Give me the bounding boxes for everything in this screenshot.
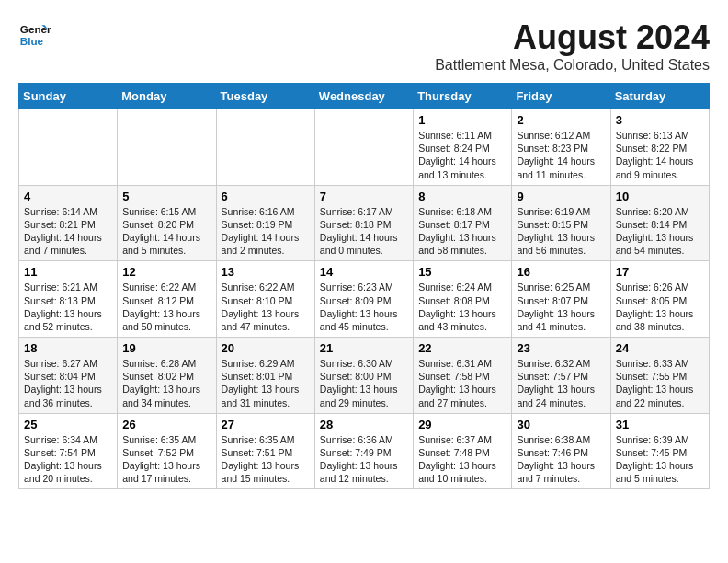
calendar-cell: 11Sunrise: 6:21 AMSunset: 8:13 PMDayligh…: [19, 261, 118, 338]
day-number: 10: [616, 190, 704, 203]
calendar-cell: 5Sunrise: 6:15 AMSunset: 8:20 PMDaylight…: [118, 185, 216, 261]
day-info: Sunrise: 6:14 AMSunset: 8:21 PMDaylight:…: [24, 205, 112, 258]
day-info: Sunrise: 6:30 AMSunset: 8:00 PMDaylight:…: [320, 357, 408, 409]
day-info: Sunrise: 6:16 AMSunset: 8:19 PMDaylight:…: [222, 205, 310, 258]
calendar-cell: 29Sunrise: 6:37 AMSunset: 7:48 PMDayligh…: [414, 413, 512, 489]
calendar-cell: 14Sunrise: 6:23 AMSunset: 8:09 PMDayligh…: [314, 261, 413, 338]
day-info: Sunrise: 6:36 AMSunset: 7:49 PMDaylight:…: [320, 433, 408, 486]
day-number: 13: [222, 265, 310, 279]
day-number: 11: [24, 265, 112, 279]
day-info: Sunrise: 6:32 AMSunset: 7:57 PMDaylight:…: [517, 357, 605, 409]
calendar-cell: 31Sunrise: 6:39 AMSunset: 7:45 PMDayligh…: [610, 413, 709, 489]
calendar-cell: 13Sunrise: 6:22 AMSunset: 8:10 PMDayligh…: [216, 261, 314, 338]
calendar-cell: 26Sunrise: 6:35 AMSunset: 7:52 PMDayligh…: [118, 413, 216, 489]
day-info: Sunrise: 6:19 AMSunset: 8:15 PMDaylight:…: [517, 205, 605, 258]
calendar-cell: 7Sunrise: 6:17 AMSunset: 8:18 PMDaylight…: [314, 185, 413, 261]
weekday-header-monday: Monday: [118, 84, 216, 109]
calendar-cell: 12Sunrise: 6:22 AMSunset: 8:12 PMDayligh…: [118, 261, 216, 338]
calendar-cell: 10Sunrise: 6:20 AMSunset: 8:14 PMDayligh…: [610, 185, 709, 261]
calendar-cell: [118, 109, 216, 186]
title-section: August 2024 Battlement Mesa, Colorado, U…: [435, 18, 710, 74]
day-info: Sunrise: 6:34 AMSunset: 7:54 PMDaylight:…: [24, 433, 112, 486]
svg-text:General: General: [20, 23, 51, 35]
month-year-title: August 2024: [435, 18, 710, 57]
calendar-cell: 28Sunrise: 6:36 AMSunset: 7:49 PMDayligh…: [314, 413, 413, 489]
day-number: 14: [320, 265, 408, 279]
day-number: 23: [517, 341, 605, 355]
calendar-cell: 30Sunrise: 6:38 AMSunset: 7:46 PMDayligh…: [512, 413, 610, 489]
day-info: Sunrise: 6:22 AMSunset: 8:10 PMDaylight:…: [222, 281, 310, 333]
day-info: Sunrise: 6:13 AMSunset: 8:22 PMDaylight:…: [616, 129, 704, 181]
weekday-header-wednesday: Wednesday: [314, 84, 413, 109]
day-number: 17: [616, 265, 704, 279]
calendar-cell: [314, 109, 413, 186]
day-number: 8: [418, 190, 506, 203]
day-info: Sunrise: 6:15 AMSunset: 8:20 PMDaylight:…: [122, 205, 210, 258]
day-number: 9: [517, 190, 605, 203]
svg-text:Blue: Blue: [20, 35, 44, 47]
day-number: 21: [320, 341, 408, 355]
day-number: 30: [517, 418, 605, 431]
day-info: Sunrise: 6:11 AMSunset: 8:24 PMDaylight:…: [418, 129, 506, 181]
calendar-cell: 27Sunrise: 6:35 AMSunset: 7:51 PMDayligh…: [216, 413, 314, 489]
day-number: 31: [616, 418, 704, 431]
day-number: 18: [24, 341, 112, 355]
logo: General Blue: [18, 18, 51, 52]
calendar-cell: 22Sunrise: 6:31 AMSunset: 7:58 PMDayligh…: [414, 338, 512, 414]
calendar-table: SundayMondayTuesdayWednesdayThursdayFrid…: [18, 83, 710, 489]
weekday-header-friday: Friday: [512, 84, 610, 109]
calendar-cell: 16Sunrise: 6:25 AMSunset: 8:07 PMDayligh…: [512, 261, 610, 338]
day-info: Sunrise: 6:33 AMSunset: 7:55 PMDaylight:…: [616, 357, 704, 409]
day-number: 1: [418, 113, 506, 127]
calendar-cell: 3Sunrise: 6:13 AMSunset: 8:22 PMDaylight…: [610, 109, 709, 186]
day-number: 7: [320, 190, 408, 203]
day-info: Sunrise: 6:23 AMSunset: 8:09 PMDaylight:…: [320, 281, 408, 333]
calendar-cell: 6Sunrise: 6:16 AMSunset: 8:19 PMDaylight…: [216, 185, 314, 261]
day-info: Sunrise: 6:38 AMSunset: 7:46 PMDaylight:…: [517, 433, 605, 486]
calendar-cell: 23Sunrise: 6:32 AMSunset: 7:57 PMDayligh…: [512, 338, 610, 414]
day-number: 4: [24, 190, 112, 203]
day-info: Sunrise: 6:17 AMSunset: 8:18 PMDaylight:…: [320, 205, 408, 258]
day-info: Sunrise: 6:29 AMSunset: 8:01 PMDaylight:…: [222, 357, 310, 409]
calendar-header-row: SundayMondayTuesdayWednesdayThursdayFrid…: [19, 84, 710, 109]
header: General Blue August 2024 Battlement Mesa…: [18, 18, 710, 74]
day-number: 15: [418, 265, 506, 279]
calendar-cell: 24Sunrise: 6:33 AMSunset: 7:55 PMDayligh…: [610, 338, 709, 414]
day-info: Sunrise: 6:35 AMSunset: 7:52 PMDaylight:…: [122, 433, 210, 486]
calendar-cell: 19Sunrise: 6:28 AMSunset: 8:02 PMDayligh…: [118, 338, 216, 414]
weekday-header-tuesday: Tuesday: [216, 84, 314, 109]
day-info: Sunrise: 6:37 AMSunset: 7:48 PMDaylight:…: [418, 433, 506, 486]
day-number: 5: [122, 190, 210, 203]
day-number: 29: [418, 418, 506, 431]
day-number: 22: [418, 341, 506, 355]
day-info: Sunrise: 6:25 AMSunset: 8:07 PMDaylight:…: [517, 281, 605, 333]
day-number: 24: [616, 341, 704, 355]
calendar-cell: 21Sunrise: 6:30 AMSunset: 8:00 PMDayligh…: [314, 338, 413, 414]
calendar-cell: 15Sunrise: 6:24 AMSunset: 8:08 PMDayligh…: [414, 261, 512, 338]
weekday-header-thursday: Thursday: [414, 84, 512, 109]
calendar-cell: 25Sunrise: 6:34 AMSunset: 7:54 PMDayligh…: [19, 413, 118, 489]
day-number: 25: [24, 418, 112, 431]
weekday-header-sunday: Sunday: [19, 84, 118, 109]
day-info: Sunrise: 6:24 AMSunset: 8:08 PMDaylight:…: [418, 281, 506, 333]
calendar-week-5: 25Sunrise: 6:34 AMSunset: 7:54 PMDayligh…: [19, 413, 710, 489]
calendar-week-1: 1Sunrise: 6:11 AMSunset: 8:24 PMDaylight…: [19, 109, 710, 186]
location-subtitle: Battlement Mesa, Colorado, United States: [435, 57, 710, 74]
day-info: Sunrise: 6:35 AMSunset: 7:51 PMDaylight:…: [222, 433, 310, 486]
day-number: 26: [122, 418, 210, 431]
calendar-cell: [216, 109, 314, 186]
day-info: Sunrise: 6:39 AMSunset: 7:45 PMDaylight:…: [616, 433, 704, 486]
day-number: 27: [222, 418, 310, 431]
day-info: Sunrise: 6:20 AMSunset: 8:14 PMDaylight:…: [616, 205, 704, 258]
calendar-week-2: 4Sunrise: 6:14 AMSunset: 8:21 PMDaylight…: [19, 185, 710, 261]
day-info: Sunrise: 6:31 AMSunset: 7:58 PMDaylight:…: [418, 357, 506, 409]
day-number: 6: [222, 190, 310, 203]
day-number: 12: [122, 265, 210, 279]
day-info: Sunrise: 6:28 AMSunset: 8:02 PMDaylight:…: [122, 357, 210, 409]
logo-icon: General Blue: [18, 18, 51, 52]
day-info: Sunrise: 6:21 AMSunset: 8:13 PMDaylight:…: [24, 281, 112, 333]
calendar-cell: 4Sunrise: 6:14 AMSunset: 8:21 PMDaylight…: [19, 185, 118, 261]
calendar-cell: 8Sunrise: 6:18 AMSunset: 8:17 PMDaylight…: [414, 185, 512, 261]
calendar-week-4: 18Sunrise: 6:27 AMSunset: 8:04 PMDayligh…: [19, 338, 710, 414]
calendar-cell: [19, 109, 118, 186]
